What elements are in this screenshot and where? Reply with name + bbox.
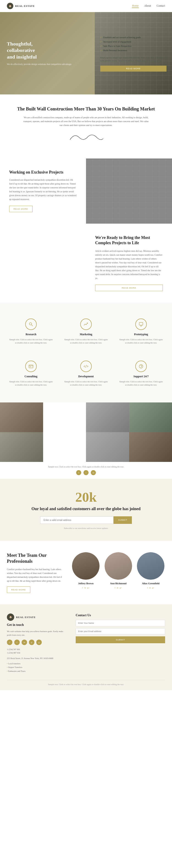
about-heading: The Built Wall Construction More Than 30… — [14, 106, 158, 112]
gallery-section: Sample text. Click to select the text bo… — [0, 402, 172, 479]
email-input[interactable] — [40, 516, 114, 524]
research-icon — [25, 318, 37, 330]
footer-linkedin-icon[interactable]: in — [22, 640, 27, 645]
footer: 🏠 REAL ESTATE Get in touch We craft webs… — [0, 604, 172, 690]
service-prototyping: Prototyping Sample text. Click to select… — [117, 314, 165, 349]
contact-submit-button[interactable]: SUBMIT — [76, 637, 165, 643]
projects-image — [86, 158, 172, 224]
member2-google-icon[interactable]: g+ — [120, 587, 122, 589]
contact-form: SUBMIT — [76, 620, 165, 643]
team-left: Meet The Team Our Professionals Comfort … — [7, 552, 63, 593]
service-consulting-text: Sample text. Click to select the text bo… — [9, 380, 53, 387]
service-marketing: Marketing Sample text. Click to select t… — [62, 314, 110, 349]
svg-point-10 — [141, 367, 141, 368]
service-marketing-title: Marketing — [64, 333, 108, 336]
contact-email-input[interactable] — [76, 628, 165, 634]
nav-home[interactable]: Home — [132, 4, 139, 8]
service-prototyping-text: Sample text. Click to select the text bo… — [119, 338, 163, 345]
service-support-text: Sample text. Click to select the text bo… — [119, 380, 163, 387]
member3-google-icon[interactable]: g+ — [152, 587, 154, 589]
phone-1: 1 (234) 567 891 — [7, 648, 67, 651]
gallery-instagram-icon[interactable]: in — [91, 470, 96, 475]
copyright-text: Sample text. Click to select the text bo… — [7, 683, 165, 685]
hero-description: Turpis egestas integer eget aliquet nibh… — [100, 56, 167, 62]
team-photo-3 — [137, 552, 165, 580]
service-marketing-text: Sample text. Click to select the text bo… — [64, 338, 108, 345]
footer-twitter-icon[interactable]: t — [14, 640, 20, 645]
team-member-1-name: Jeffrey Brown — [72, 582, 100, 585]
member1-google-icon[interactable]: g+ — [87, 587, 90, 589]
team-members: Jeffrey Brown f in g+ Ann Richmond f in … — [72, 552, 165, 593]
footer-google-icon[interactable]: g — [36, 640, 42, 645]
team-photo-2 — [104, 552, 132, 580]
navigation: 🏠 REAL ESTATE Home About Contact — [0, 0, 172, 12]
email-submit-button[interactable]: SUBMIT — [114, 516, 132, 524]
footer-facebook-icon[interactable]: f — [7, 640, 13, 645]
svg-line-8 — [85, 365, 87, 368]
service-list-2: Airport Transfers — [7, 665, 67, 669]
nav-about[interactable]: About — [144, 4, 151, 8]
gallery-grid — [0, 402, 172, 462]
team-read-more-button[interactable]: READ MORE — [7, 587, 30, 593]
services-section: Research Sample text. Click to select th… — [0, 303, 172, 403]
counter-number: 20k — [7, 490, 165, 504]
contact-name-input[interactable] — [76, 620, 165, 626]
projects-left: Working on Exclusive Projects Considered… — [0, 158, 86, 224]
signature — [14, 132, 158, 145]
member1-linkedin-icon[interactable]: in — [84, 587, 86, 589]
bullet-1: ✓Establish and act toward achieving goal… — [100, 35, 167, 39]
service-prototyping-title: Prototyping — [119, 333, 163, 336]
about-text: We are a diversified construction compan… — [22, 116, 150, 127]
member2-facebook-icon[interactable]: f — [115, 587, 115, 589]
service-support-title: Support 24/7 — [119, 375, 163, 378]
member1-facebook-icon[interactable]: f — [82, 587, 83, 589]
team-member-2: Ann Richmond f in g+ — [104, 552, 133, 589]
support-icon — [135, 361, 147, 372]
logo[interactable]: 🏠 REAL ESTATE — [7, 3, 34, 9]
service-development: Development Sample text. Click to select… — [62, 356, 110, 391]
counter-subtext: Subscribe to our newsletter and receive … — [7, 527, 165, 529]
hero-subtext: We do effectively provide design solutio… — [7, 62, 72, 66]
hero-bullets: ✓Establish and act toward achieving goal… — [100, 35, 167, 53]
nav-contact[interactable]: Contact — [157, 4, 165, 8]
hero-text-block: Thoughtful, collaborative and insightful… — [7, 41, 72, 66]
contact-heading: Contact Us — [76, 614, 165, 617]
projects-section: Working on Exclusive Projects Considered… — [0, 158, 172, 224]
footer-bottom: Sample text. Click to select the text bo… — [7, 680, 165, 685]
prototyping-icon — [135, 318, 147, 330]
hero-section: Thoughtful, collaborative and insightful… — [0, 12, 172, 94]
service-list-1: Local transfers — [7, 662, 67, 665]
gallery-caption-text: Sample text. Click to select the text bo… — [7, 466, 165, 468]
gallery-cell-4 — [129, 402, 172, 432]
member3-linkedin-icon[interactable]: in — [149, 587, 151, 589]
team-member-3-socials: f in g+ — [137, 587, 165, 589]
gallery-facebook-icon[interactable]: f — [76, 470, 81, 475]
service-research-title: Research — [9, 333, 53, 336]
team-member-2-socials: f in g+ — [104, 587, 133, 589]
phone-2: 1 (234) 987 654 — [7, 651, 67, 654]
service-list-3: Embassies and Tours — [7, 669, 67, 673]
team-member-2-name: Ann Richmond — [104, 582, 133, 585]
footer-pinterest-icon[interactable]: p — [29, 640, 34, 645]
complex-read-more-button[interactable]: READ MORE — [95, 285, 163, 291]
hero-read-more-button[interactable]: READ MORE — [100, 66, 167, 71]
gallery-social-icons: f t in — [7, 470, 165, 475]
consulting-icon — [25, 361, 37, 372]
phone-info: 1 (234) 567 891 1 (234) 987 654 — [7, 648, 67, 654]
services-grid: Research Sample text. Click to select th… — [7, 314, 165, 391]
counter-heading: Our loyal and satisfied customers all ov… — [7, 506, 165, 512]
footer-contact: Contact Us SUBMIT — [76, 614, 165, 673]
service-consulting-title: Consulting — [9, 375, 53, 378]
development-icon — [80, 361, 92, 372]
get-touch-text: We craft websites that help you achieve … — [7, 629, 67, 637]
service-research: Research Sample text. Click to select th… — [7, 314, 55, 349]
member3-facebook-icon[interactable]: f — [147, 587, 148, 589]
hero-right-panel: ✓Establish and act toward achieving goal… — [95, 12, 172, 94]
nav-links: Home About Contact — [132, 4, 165, 8]
gallery-caption: Sample text. Click to select the text bo… — [0, 462, 172, 479]
gallery-twitter-icon[interactable]: t — [83, 470, 89, 475]
complex-right: We're Ready to Bring the Most Complex Pr… — [86, 224, 172, 303]
projects-read-more-button[interactable]: READ MORE — [9, 206, 32, 212]
member2-linkedin-icon[interactable]: in — [117, 587, 118, 589]
footer-top: 🏠 REAL ESTATE Get in touch We craft webs… — [7, 614, 165, 673]
